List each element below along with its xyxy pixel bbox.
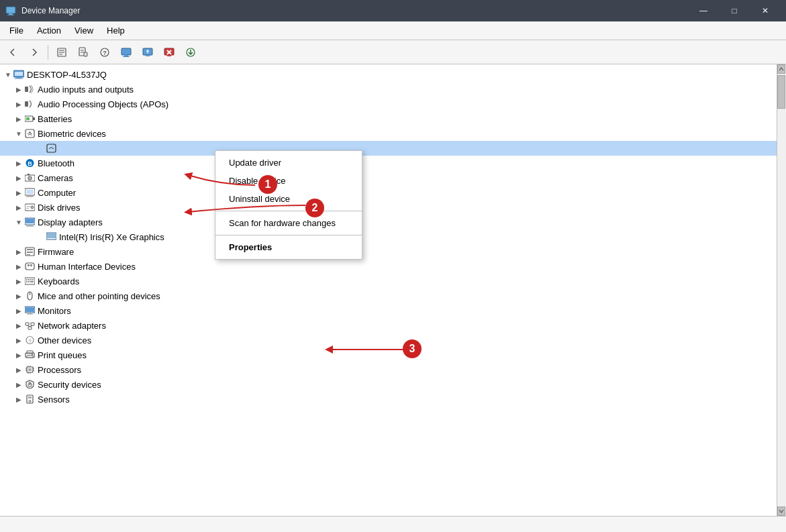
svg-rect-44 xyxy=(26,190,34,194)
menu-action[interactable]: Action xyxy=(30,23,68,38)
tree-item-processors[interactable]: ▶ Processors xyxy=(0,362,786,377)
sensors-toggle: ▶ xyxy=(13,394,24,405)
scrollbar[interactable] xyxy=(777,64,786,516)
tree-item-sensors[interactable]: ▶ Sensors xyxy=(0,392,786,407)
display-icon xyxy=(24,217,35,227)
svg-rect-54 xyxy=(28,225,32,226)
status-bar xyxy=(0,516,786,532)
network-icon xyxy=(24,320,35,331)
audio-inputs-icon xyxy=(24,84,35,95)
tree-item-security[interactable]: ▶ Security devices xyxy=(0,377,786,392)
svg-rect-34 xyxy=(26,129,34,138)
tree-item-mice[interactable]: ▶ Mice and other pointing devices xyxy=(0,288,786,303)
tree-item-batteries[interactable]: ▶ Batteries xyxy=(0,111,786,126)
tree-item-print[interactable]: ▶ Print queues xyxy=(0,348,786,362)
maximize-button[interactable]: □ xyxy=(719,0,750,21)
menu-file[interactable]: File xyxy=(3,23,30,38)
tree-item-keyboards[interactable]: ▶ Keyboards xyxy=(0,274,786,288)
context-menu-uninstall[interactable]: Uninstall device xyxy=(215,190,362,208)
print-icon xyxy=(24,350,35,360)
mice-icon xyxy=(24,290,35,301)
processors-label: Processors xyxy=(38,365,81,375)
svg-point-35 xyxy=(29,131,30,133)
svg-rect-28 xyxy=(15,72,23,76)
close-button[interactable]: ✕ xyxy=(750,0,781,21)
intel-label: Intel(R) Iris(R) Xe Graphics xyxy=(59,232,164,242)
tree-item-hid[interactable]: ▶ Human Interface Devices xyxy=(0,259,786,274)
tree-item-computer[interactable]: ▶ Computer xyxy=(0,185,786,200)
monitors-toggle: ▶ xyxy=(13,305,24,316)
svg-rect-33 xyxy=(26,117,30,120)
uninstall-button[interactable] xyxy=(116,43,136,62)
tree-item-intel-iris[interactable]: Intel(R) Iris(R) Xe Graphics xyxy=(0,229,786,244)
tree-item-monitors[interactable]: ▶ Monitors xyxy=(0,303,786,318)
tree-item-network[interactable]: ▶ Network adapters xyxy=(0,318,786,333)
tree-item-display[interactable]: ▼ Display adapters xyxy=(0,215,786,229)
menu-help[interactable]: Help xyxy=(100,23,132,38)
scan-hardware-button[interactable] xyxy=(138,43,158,62)
svg-rect-26 xyxy=(16,77,21,78)
svg-rect-67 xyxy=(28,279,30,280)
context-menu-disable[interactable]: Disable device xyxy=(215,172,362,190)
menu-bar: File Action View Help xyxy=(0,21,786,40)
firmware-toggle: ▶ xyxy=(13,246,24,257)
properties-button[interactable] xyxy=(52,43,72,62)
tree-panel[interactable]: ▼ DESKTOP-4L537JQ ▶ Audio inputs and out… xyxy=(0,64,786,516)
context-menu-update-driver[interactable]: Update driver xyxy=(215,154,362,172)
tree-item-disk-drives[interactable]: ▶ Disk drives xyxy=(0,200,786,215)
cameras-toggle: ▶ xyxy=(13,172,24,183)
svg-rect-62 xyxy=(26,263,34,270)
processors-toggle: ▶ xyxy=(13,364,24,375)
tree-item-biometric-child[interactable] xyxy=(0,141,786,156)
tree-item-firmware[interactable]: ▶ Firmware xyxy=(0,244,786,259)
svg-rect-81 xyxy=(28,327,32,329)
context-menu-scan[interactable]: Scan for hardware changes xyxy=(215,214,362,232)
svg-point-89 xyxy=(32,354,33,356)
tree-item-cameras[interactable]: ▶ Cameras xyxy=(0,170,786,185)
svg-rect-65 xyxy=(25,278,35,284)
svg-point-49 xyxy=(32,207,33,208)
firmware-icon xyxy=(24,246,35,257)
main-content: ▼ DESKTOP-4L537JQ ▶ Audio inputs and out… xyxy=(0,64,786,516)
network-toggle: ▶ xyxy=(13,320,24,331)
app-icon xyxy=(5,5,16,16)
minimize-button[interactable]: — xyxy=(688,0,719,21)
menu-view[interactable]: View xyxy=(68,23,100,38)
tree-item-audio-processing[interactable]: ▶ Audio Processing Objects (APOs) xyxy=(0,97,786,111)
cameras-icon xyxy=(24,172,35,183)
security-label: Security devices xyxy=(38,380,101,390)
toolbar: ? xyxy=(0,40,786,64)
details-button[interactable] xyxy=(73,43,93,62)
svg-rect-60 xyxy=(27,252,33,253)
firmware-label: Firmware xyxy=(38,247,74,257)
monitors-label: Monitors xyxy=(38,306,71,316)
tree-root[interactable]: ▼ DESKTOP-4L537JQ xyxy=(0,67,786,82)
svg-rect-61 xyxy=(27,254,30,255)
tree-item-biometric[interactable]: ▼ Biometric devices xyxy=(0,126,786,141)
download-button[interactable] xyxy=(181,43,201,62)
batteries-toggle: ▶ xyxy=(13,113,24,124)
help-button[interactable]: ? xyxy=(95,43,115,62)
svg-rect-76 xyxy=(26,307,34,312)
back-button[interactable] xyxy=(3,43,23,62)
svg-rect-15 xyxy=(123,56,130,57)
svg-rect-36 xyxy=(47,144,56,152)
svg-rect-46 xyxy=(26,197,34,197)
remove-device-button[interactable] xyxy=(159,43,179,62)
svg-rect-59 xyxy=(27,249,33,250)
disk-icon xyxy=(24,202,35,213)
svg-rect-72 xyxy=(30,281,34,282)
context-menu-properties[interactable]: Properties xyxy=(215,238,362,256)
svg-rect-88 xyxy=(27,356,33,358)
tree-item-other[interactable]: ▶ ? Other devices xyxy=(0,333,786,348)
forward-button[interactable] xyxy=(24,43,44,62)
tree-item-audio-inputs[interactable]: ▶ Audio inputs and outputs xyxy=(0,82,786,97)
biometric-child-toggle xyxy=(35,143,46,154)
biometric-label: Biometric devices xyxy=(38,129,106,139)
other-icon: ? xyxy=(24,335,35,345)
tree-item-bluetooth[interactable]: ▶ B Bluetooth xyxy=(0,156,786,170)
svg-point-101 xyxy=(29,382,31,384)
audio-inputs-toggle: ▶ xyxy=(13,84,24,95)
svg-rect-69 xyxy=(32,279,34,280)
audio-processing-toggle: ▶ xyxy=(13,99,24,109)
